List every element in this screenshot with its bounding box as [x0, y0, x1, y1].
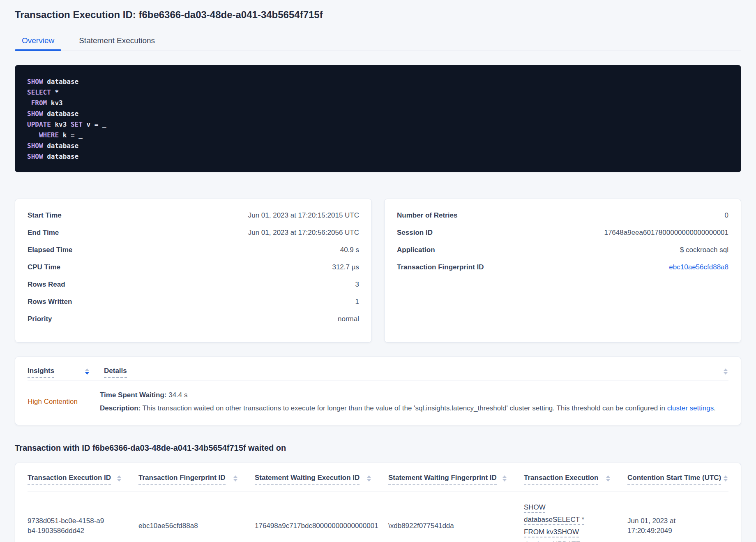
cell-transaction-execution-id: 9738d051-bc0e-4158-a9b4-1903586ddd42: [28, 516, 138, 536]
cell-statement-waiting-fingerprint-id: \xdb8922f077541dda: [388, 521, 524, 531]
summary-cards-row: Start Time Jun 01, 2023 at 17:20:15:2015…: [15, 199, 741, 343]
cell-contention-start-time: Jun 01, 2023 at 17:20:49:2049: [627, 516, 728, 536]
column-header-contention-start-time[interactable]: Contention Start Time (UTC): [627, 474, 728, 485]
insight-type-badge: High Contention: [28, 398, 100, 406]
info-value: 0: [725, 211, 728, 220]
insights-column-header[interactable]: Insights: [28, 367, 81, 375]
info-label: Transaction Fingerprint ID: [397, 263, 484, 271]
cell-transaction-fingerprint-id: ebc10ae56cfd88a8: [138, 521, 255, 531]
sort-desc-icon: [724, 372, 728, 375]
info-row-session-id: Session ID 17648a9eea6017800000000000000…: [397, 229, 728, 237]
cell-statement-waiting-execution-id: 176498a9c717bdc80000000000000001: [255, 521, 388, 531]
info-label: Number of Retries: [397, 211, 457, 220]
sort-arrows-icon[interactable]: [367, 474, 371, 482]
sort-arrows-icon[interactable]: [606, 474, 610, 482]
sql-line: SHOW database: [27, 76, 729, 87]
info-value: 312.7 µs: [332, 263, 359, 271]
info-value: Jun 01, 2023 at 17:20:56:2056 UTC: [248, 229, 359, 237]
info-label: Session ID: [397, 229, 433, 237]
sql-line: SHOW database: [27, 151, 729, 162]
info-label: Rows Written: [28, 298, 72, 306]
tabbar: Overview Statement Executions: [15, 32, 741, 51]
insights-table: Insights Details High Contention Time Sp…: [15, 357, 741, 425]
info-value: 3: [355, 280, 359, 289]
summary-card-left: Start Time Jun 01, 2023 at 17:20:15:2015…: [15, 199, 372, 343]
info-label: End Time: [28, 229, 59, 237]
sql-line: UPDATE kv3 SET v = _: [27, 119, 729, 130]
sort-arrows-icon[interactable]: [502, 474, 507, 482]
info-value: Jun 01, 2023 at 17:20:15:2015 UTC: [248, 211, 359, 220]
info-value: 17648a9eea6017800000000000000001: [604, 229, 728, 237]
transaction-execution-link[interactable]: SHOW databaseSELECT * FROM kv3SHOW datab…: [524, 503, 588, 542]
info-row-priority: Priority normal: [28, 315, 359, 323]
cell-transaction-execution: SHOW databaseSELECT * FROM kv3SHOW datab…: [524, 501, 627, 542]
info-row-rows-written: Rows Written 1: [28, 298, 359, 306]
column-header-transaction-fingerprint-id[interactable]: Transaction Fingerprint ID: [138, 474, 255, 485]
info-row-application: Application $ cockroach sql: [397, 246, 728, 254]
info-row-end-time: End Time Jun 01, 2023 at 17:20:56:2056 U…: [28, 229, 359, 237]
column-header-statement-waiting-execution-id[interactable]: Statement Waiting Execution ID: [255, 474, 388, 485]
sql-line: SHOW database: [27, 109, 729, 119]
sql-line: WHERE k = _: [27, 130, 729, 141]
sort-arrows-icon[interactable]: [724, 474, 728, 482]
sort-asc-icon: [724, 368, 728, 371]
column-header-statement-waiting-fingerprint-id[interactable]: Statement Waiting Fingerprint ID: [388, 474, 524, 485]
sort-arrows-icon[interactable]: [233, 474, 237, 482]
sort-arrows-icon[interactable]: [724, 367, 728, 375]
info-row-transaction-fingerprint-id: Transaction Fingerprint ID ebc10ae56cfd8…: [397, 263, 728, 271]
waited-on-table-row: 9738d051-bc0e-4158-a9b4-1903586ddd42 ebc…: [28, 491, 728, 542]
column-header-transaction-execution-id[interactable]: Transaction Execution ID: [28, 474, 138, 485]
info-label: Application: [397, 246, 435, 254]
tab-statement-executions[interactable]: Statement Executions: [72, 32, 162, 51]
insight-description: Description: This transaction waited on …: [100, 404, 728, 412]
sort-arrows-icon[interactable]: [117, 474, 121, 482]
info-value: normal: [338, 315, 359, 323]
info-label: Elapsed Time: [28, 246, 72, 254]
info-value: 1: [355, 298, 359, 306]
info-row-start-time: Start Time Jun 01, 2023 at 17:20:15:2015…: [28, 211, 359, 220]
tab-overview[interactable]: Overview: [15, 32, 61, 51]
waited-on-heading: Transaction with ID f6be6366-da03-48de-a…: [15, 443, 741, 453]
info-row-number-of-retries: Number of Retries 0: [397, 211, 728, 220]
waited-on-table: Transaction Execution ID Transaction Fin…: [15, 463, 741, 542]
details-column-header[interactable]: Details: [104, 367, 127, 375]
time-spent-waiting: Time Spent Waiting: 34.4 s: [100, 391, 728, 399]
info-value: $ cockroach sql: [680, 246, 728, 254]
info-label: CPU Time: [28, 263, 60, 271]
page-title: Transaction Execution ID: f6be6366-da03-…: [15, 9, 741, 21]
sort-asc-icon: [85, 368, 89, 371]
info-row-rows-read: Rows Read 3: [28, 280, 359, 289]
insights-table-header: Insights Details: [28, 357, 728, 380]
transaction-execution-page: Transaction Execution ID: f6be6366-da03-…: [0, 9, 756, 542]
insight-details-cell: Time Spent Waiting: 34.4 s Description: …: [100, 391, 728, 412]
waited-on-table-header: Transaction Execution ID Transaction Fin…: [28, 463, 728, 491]
info-row-cpu-time: CPU Time 312.7 µs: [28, 263, 359, 271]
info-label: Start Time: [28, 211, 62, 220]
info-label: Rows Read: [28, 280, 65, 289]
column-header-transaction-execution[interactable]: Transaction Execution: [524, 474, 627, 485]
info-value: 40.9 s: [340, 246, 359, 254]
sql-line: SHOW database: [27, 141, 729, 151]
sort-arrows-icon[interactable]: [85, 367, 89, 375]
sql-line: SELECT *: [27, 87, 729, 98]
cluster-settings-link[interactable]: cluster settings: [667, 404, 714, 412]
insights-table-row: High Contention Time Spent Waiting: 34.4…: [28, 380, 728, 425]
sql-statements-box: SHOW database SELECT * FROM kv3 SHOW dat…: [15, 65, 741, 172]
info-label: Priority: [28, 315, 52, 323]
summary-card-right: Number of Retries 0 Session ID 17648a9ee…: [384, 199, 741, 343]
transaction-fingerprint-id-link[interactable]: ebc10ae56cfd88a8: [669, 263, 728, 271]
sql-line: FROM kv3: [27, 98, 729, 109]
sort-desc-icon: [85, 372, 89, 375]
info-row-elapsed-time: Elapsed Time 40.9 s: [28, 246, 359, 254]
